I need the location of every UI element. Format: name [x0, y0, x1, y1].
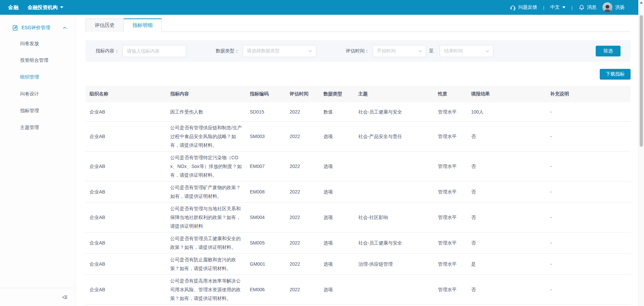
- data-type-placeholder: 请选择数据类型: [247, 48, 280, 54]
- table-cell: 治理-供应链管理: [354, 253, 434, 274]
- headset-icon: [510, 4, 516, 10]
- table-cell: 企业AB: [86, 202, 166, 232]
- tab-label: 指标明细: [132, 22, 153, 28]
- chevron-down-icon: [485, 49, 490, 53]
- table-row: 企业AB公司是否有管理供应链和制造/生产过程中食品安全风险的战略？如有，请提供证…: [86, 121, 631, 151]
- table-cell: 选项: [319, 232, 354, 253]
- end-time-select[interactable]: 结束时间: [440, 45, 493, 57]
- table-cell: 选项: [319, 202, 354, 232]
- document-edit-icon: [12, 25, 18, 31]
- table-cell: 因工作受伤人数: [166, 102, 246, 121]
- sidebar-item-link[interactable]: 主题管理: [0, 119, 75, 136]
- table-cell: 2022: [285, 232, 319, 253]
- evaluation-time-label: 评估时间：: [346, 48, 369, 54]
- caret-down-icon: [562, 6, 566, 8]
- table-cell: 2022: [285, 121, 319, 151]
- sidebar-group-esg[interactable]: ESG评价管理: [0, 15, 75, 35]
- table-cell: -: [546, 181, 631, 202]
- table-cell: 数值: [319, 102, 354, 121]
- table-cell: 企业AB: [86, 151, 166, 181]
- table-cell: 公司是否有管理特定污染物（COx、NOx、Sox等）排放的制度？如有，请提供证明…: [166, 151, 246, 181]
- sidebar: ESG评价管理 问卷发放 投资组合管理 组织管理 问卷设计 指标管理 主题管理: [0, 15, 75, 306]
- table-cell: 管理水平: [434, 151, 467, 181]
- user-menu[interactable]: 洪扬: [602, 2, 625, 12]
- indicators-table: 组织名称指标内容指标编码评估时间数据类型主题性质填报结果补充说明 企业AB因工作…: [86, 86, 631, 305]
- messages-button[interactable]: 消息: [579, 4, 596, 10]
- table-cell: 管理水平: [434, 102, 467, 121]
- table-row: 企业AB公司是否有防止腐败和贪污的政策？如有，请提供证明材料。GM0012022…: [86, 253, 631, 274]
- language-label: 中文: [550, 4, 560, 10]
- table-cell: 企业AB: [86, 181, 166, 202]
- scrollbar-thumb[interactable]: [640, 15, 643, 147]
- scroll-up-arrow-icon[interactable]: [640, 1, 643, 4]
- table-cell: 公司是否有管理矿产废物的政策？如有，请提供证明材料。: [166, 181, 246, 202]
- org-switcher[interactable]: 金融投资机构: [28, 4, 63, 11]
- table-cell: 社会-员工健康与安全: [354, 232, 434, 253]
- sidebar-item-link[interactable]: 问卷设计: [0, 85, 75, 102]
- feedback-button[interactable]: 问题反馈: [510, 4, 537, 10]
- sidebar-item-link[interactable]: 投资组合管理: [0, 52, 75, 69]
- filter-button[interactable]: 筛选: [596, 46, 621, 56]
- org-switcher-label: 金融投资机构: [28, 4, 58, 11]
- table-cell: 是: [467, 253, 546, 274]
- sidebar-item-active[interactable]: 组织管理: [0, 69, 75, 85]
- table-cell: 否: [467, 202, 546, 232]
- download-indicators-button[interactable]: 下载指标: [600, 69, 631, 80]
- table-cell: 公司是否有提高用水效率等解决公司用水风险、管理水资源使用的政策？如有，请提供证明…: [166, 274, 246, 304]
- table-cell: 选项: [319, 274, 354, 304]
- column-header: 主题: [354, 86, 434, 102]
- table-cell: 管理水平: [434, 202, 467, 232]
- sidebar-item-link[interactable]: 指标管理: [0, 102, 75, 119]
- table-cell: [354, 181, 434, 202]
- table-cell: 管理水平: [434, 253, 467, 274]
- language-switcher[interactable]: 中文: [550, 4, 566, 10]
- feedback-label: 问题反馈: [518, 4, 537, 10]
- sidebar-item-label: 问卷发放: [20, 41, 39, 46]
- table-cell: 选项: [319, 151, 354, 181]
- tab[interactable]: 评估历史: [86, 18, 124, 32]
- table-cell: 社会-社区影响: [354, 202, 434, 232]
- sidebar-group-label: ESG评价管理: [21, 25, 59, 31]
- table-row: 企业AB因工作受伤人数SD0152022数值社会-员工健康与安全管理水平100人…: [86, 102, 631, 121]
- vertical-scrollbar[interactable]: [638, 0, 644, 306]
- indicator-content-label: 指标内容：: [96, 48, 119, 54]
- end-time-placeholder: 结束时间: [444, 48, 463, 54]
- chevron-down-icon: [418, 49, 423, 53]
- sidebar-item-link[interactable]: 问卷发放: [0, 35, 75, 52]
- table-cell: 管理水平: [434, 274, 467, 304]
- table-cell: 企业AB: [86, 121, 166, 151]
- main-content: 评估历史 指标明细 指标内容： 数据类型： 请选择数据类型 评估时间： 开始时间…: [75, 15, 631, 306]
- table-cell: 选项: [319, 181, 354, 202]
- sidebar-item-label: 指标管理: [20, 108, 39, 113]
- table-cell: 2022: [285, 202, 319, 232]
- sidebar-item-label: 问卷设计: [20, 91, 39, 96]
- table-cell: 选项: [319, 121, 354, 151]
- table-cell: -: [546, 274, 631, 304]
- table-cell: SM004: [246, 202, 286, 232]
- tab[interactable]: 指标明细: [124, 18, 162, 32]
- start-time-select[interactable]: 开始时间: [373, 45, 426, 57]
- table-cell: 公司是否有防止腐败和贪污的政策？如有，请提供证明材料。: [166, 253, 246, 274]
- table-row: 企业AB公司是否有管理特定污染物（COx、NOx、Sox等）排放的制度？如有，请…: [86, 151, 631, 181]
- table-cell: -: [546, 151, 631, 181]
- sidebar-item-label: 投资组合管理: [20, 57, 48, 63]
- table-cell: 企业AB: [86, 232, 166, 253]
- table-cell: 社会-产品安全与责任: [354, 121, 434, 151]
- indicator-content-input[interactable]: [122, 45, 186, 57]
- table-cell: GM001: [246, 253, 286, 274]
- sidebar-item-label: 组织管理: [20, 74, 39, 80]
- column-header: 指标编码: [246, 86, 286, 102]
- table-cell: EM007: [246, 151, 286, 181]
- column-header: 数据类型: [319, 86, 354, 102]
- table-cell: 否: [467, 121, 546, 151]
- table-cell: [354, 274, 434, 304]
- chevron-down-icon: [308, 49, 313, 53]
- table-cell: EM006: [246, 274, 286, 304]
- table-cell: 2022: [285, 102, 319, 121]
- collapse-sidebar-button[interactable]: [62, 294, 68, 300]
- data-type-select[interactable]: 请选择数据类型: [243, 45, 316, 57]
- table-cell: 选项: [319, 253, 354, 274]
- bell-icon: [579, 4, 585, 10]
- table-header-row: 组织名称指标内容指标编码评估时间数据类型主题性质填报结果补充说明: [86, 86, 631, 102]
- filter-bar: 指标内容： 数据类型： 请选择数据类型 评估时间： 开始时间 至 结束时间 筛选: [86, 40, 631, 62]
